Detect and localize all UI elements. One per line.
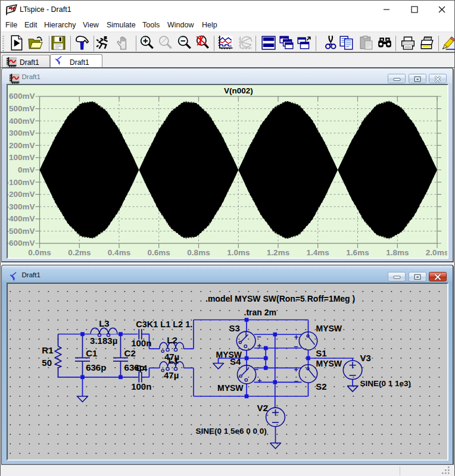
svg-text:-400mV: -400mV xyxy=(8,215,35,224)
svg-text:47µ: 47µ xyxy=(164,370,179,380)
svg-text:300mV: 300mV xyxy=(8,129,35,138)
svg-text:0mV: 0mV xyxy=(17,165,35,174)
svg-text:3.183µ: 3.183µ xyxy=(90,336,117,346)
svg-text:2.0ms: 2.0ms xyxy=(425,248,447,257)
svg-text:1.8ms: 1.8ms xyxy=(386,248,409,257)
svg-text:MYSW: MYSW xyxy=(316,359,342,368)
svg-text:MYSW: MYSW xyxy=(316,324,342,333)
svg-text:C2: C2 xyxy=(124,348,135,358)
svg-text:0.4ms: 0.4ms xyxy=(107,248,130,257)
svg-text:-200mV: -200mV xyxy=(8,190,35,199)
svg-text:-600mV: -600mV xyxy=(8,239,35,248)
svg-text:SINE(0 1 5e6 0 0 0): SINE(0 1 5e6 0 0 0) xyxy=(195,427,266,436)
svg-text:L1: L1 xyxy=(168,355,179,365)
svg-text:V2: V2 xyxy=(257,403,267,413)
svg-text:.model MYSW SW(Ron=5 Roff=1Meg: .model MYSW SW(Ron=5 Roff=1Meg ) xyxy=(205,294,355,303)
svg-text:200mV: 200mV xyxy=(8,141,35,150)
svg-text:-100mV: -100mV xyxy=(8,178,35,187)
svg-text:-500mV: -500mV xyxy=(8,227,35,236)
svg-text:1.0ms: 1.0ms xyxy=(227,248,250,257)
svg-text:1.4ms: 1.4ms xyxy=(306,248,329,257)
svg-text:L2: L2 xyxy=(167,335,177,345)
svg-text:1.2ms: 1.2ms xyxy=(266,248,289,257)
svg-text:50: 50 xyxy=(42,358,52,368)
svg-text:0.2ms: 0.2ms xyxy=(68,248,91,257)
svg-text:L3: L3 xyxy=(99,318,110,328)
svg-text:0.8ms: 0.8ms xyxy=(187,248,210,257)
svg-text:SINE(0 1 1e3): SINE(0 1 1e3) xyxy=(360,379,411,388)
svg-text:R1: R1 xyxy=(42,345,53,355)
svg-text:600mV: 600mV xyxy=(8,92,35,101)
svg-text:500mV: 500mV xyxy=(8,104,35,113)
svg-text:C3K1 L1 L2 1.: C3K1 L1 L2 1. xyxy=(136,320,192,329)
svg-text:V3: V3 xyxy=(360,353,370,363)
svg-text:100n: 100n xyxy=(131,381,151,392)
svg-text:C1: C1 xyxy=(86,348,97,358)
svg-text:V(n002): V(n002) xyxy=(223,86,253,95)
svg-text:-300mV: -300mV xyxy=(8,202,35,211)
svg-text:400mV: 400mV xyxy=(8,117,35,126)
svg-text:MYSW: MYSW xyxy=(217,383,244,393)
svg-text:.tran 2m: .tran 2m xyxy=(244,308,276,317)
svg-text:0.6ms: 0.6ms xyxy=(147,248,170,257)
svg-text:0.0ms: 0.0ms xyxy=(28,248,51,257)
svg-text:100mV: 100mV xyxy=(8,154,35,162)
svg-text:C4: C4 xyxy=(136,363,148,373)
svg-text:S4: S4 xyxy=(230,356,241,367)
svg-text:S2: S2 xyxy=(316,381,326,392)
svg-text:100n: 100n xyxy=(131,338,151,348)
svg-text:S1: S1 xyxy=(316,348,326,358)
svg-text:1.6ms: 1.6ms xyxy=(346,248,369,257)
svg-text:S3: S3 xyxy=(229,323,239,333)
svg-text:636p: 636p xyxy=(86,362,106,372)
